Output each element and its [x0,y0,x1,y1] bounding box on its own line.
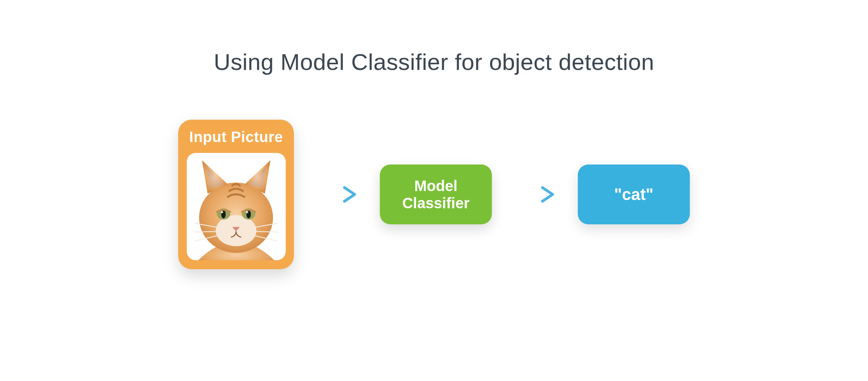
input-picture-card: Input Picture [178,120,294,269]
diagram-canvas: Using Model Classifier for object detect… [0,0,868,381]
model-classifier-label: Model Classifier [402,177,469,212]
output-label: "cat" [614,185,653,204]
arrow-icon [514,184,555,205]
input-picture-image [187,153,286,260]
diagram-title: Using Model Classifier for object detect… [0,49,868,75]
svg-point-7 [246,211,248,213]
svg-point-6 [221,211,223,213]
input-picture-label: Input Picture [189,129,283,145]
output-box: "cat" [578,165,690,224]
flow-row: Input Picture [0,120,868,269]
arrow-icon [316,184,357,205]
model-line1: Model [414,178,458,194]
model-line2: Classifier [402,195,469,211]
model-classifier-box: Model Classifier [380,165,492,224]
cat-icon [187,153,286,260]
